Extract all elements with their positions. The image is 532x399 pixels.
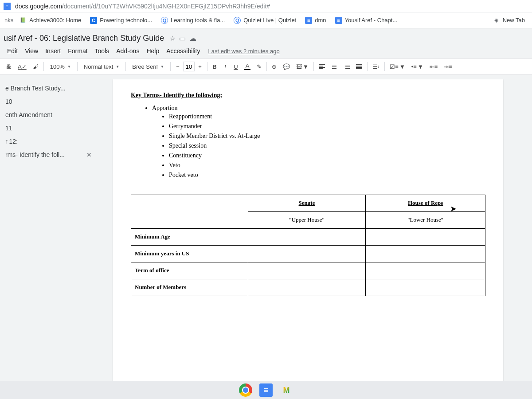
bookmark-label: Powering technolo... (100, 17, 152, 23)
outline-item[interactable]: e Branch Test Study... (0, 82, 95, 94)
quizlet-icon: Q (234, 17, 241, 24)
list-item: Gerrymander (169, 121, 485, 131)
bookmark-label: Yousif Aref - Chapt... (345, 17, 398, 23)
list-item: Pocket veto (169, 170, 485, 180)
bookmark-dmn[interactable]: ≡dmn (301, 15, 329, 26)
section-heading: Key Terms- Identify the following: (131, 92, 485, 99)
list-item: Veto (169, 160, 485, 170)
image-icon[interactable]: 🖼▼ (293, 62, 311, 71)
workspace: e Branch Test Study... 10 enth Amendment… (0, 75, 532, 397)
bookmark-powering[interactable]: CPowering technolo... (86, 15, 156, 26)
gmail-icon[interactable]: M (280, 383, 293, 397)
highlight-button[interactable]: ✎ (254, 62, 264, 71)
bookmark-yousif[interactable]: ≡Yousif Aref - Chapt... (332, 15, 401, 26)
align-left-icon[interactable] (316, 63, 328, 70)
menu-insert[interactable]: Insert (42, 47, 64, 55)
font-dropdown[interactable]: Bree Serif▼ (128, 62, 168, 72)
docs-icon: ≡ (305, 17, 312, 24)
quizlet-icon: Q (161, 17, 168, 24)
terms-list: Apportion Reapportionment Gerrymander Si… (131, 103, 485, 181)
last-edit-link[interactable]: Last edit was 2 minutes ago (208, 48, 279, 55)
fontsize-increase[interactable]: + (195, 62, 205, 71)
bookmark-label: Achieve3000: Home (29, 17, 81, 23)
docs-icon[interactable]: ≡ (259, 383, 273, 397)
table-header-senate: Senate (248, 195, 366, 212)
row-label: Minimum years in US (131, 246, 248, 262)
table-row: Senate House of Reps (131, 195, 485, 212)
menu-edit[interactable]: Edit (4, 47, 21, 55)
comparison-table: Senate House of Reps "Upper House" "Lowe… (131, 195, 485, 296)
align-center-icon[interactable] (329, 63, 340, 70)
move-icon[interactable]: ▭ (179, 34, 186, 43)
fontsize-input[interactable] (183, 62, 195, 71)
bold-button[interactable]: B (210, 62, 219, 71)
menu-tools[interactable]: Tools (91, 47, 113, 55)
fontsize-decrease[interactable]: − (173, 62, 183, 71)
list-item: Special session (169, 141, 485, 151)
underline-button[interactable]: U (231, 62, 241, 71)
paint-format-icon[interactable]: 🖌 (30, 62, 41, 71)
star-icon[interactable]: ☆ (169, 34, 176, 43)
menu-format[interactable]: Format (64, 47, 91, 55)
close-icon[interactable]: ✕ (86, 151, 92, 158)
cloud-icon[interactable]: ☁ (189, 34, 196, 43)
menu-accessibility[interactable]: Accessibility (163, 47, 203, 55)
table-row: Number of Members (131, 279, 485, 296)
bookmark-quizlet[interactable]: QQuizlet Live | Quizlet (230, 15, 300, 26)
menu-help[interactable]: Help (143, 47, 163, 55)
paragraph-style-dropdown[interactable]: Normal text▼ (80, 62, 123, 72)
outline-item[interactable]: 11 (0, 122, 95, 134)
cursor-icon: ➤ (450, 204, 457, 214)
style-value: Normal text (84, 63, 113, 70)
docs-icon: ≡ (335, 17, 342, 24)
indent-decrease-icon[interactable]: ⇤≡ (427, 62, 441, 71)
formatting-toolbar: 🖶 A✓ 🖌 100%▼ Normal text▼ Bree Serif▼ − … (0, 58, 532, 75)
align-right-icon[interactable] (341, 63, 352, 70)
bookmarks-prefix: nks (2, 17, 16, 23)
table-row: Term of office (131, 262, 485, 279)
zoom-dropdown[interactable]: 100%▼ (46, 62, 75, 72)
link-icon[interactable]: ⊖ (269, 62, 279, 71)
page-area: Key Terms- Identify the following: Appor… (100, 75, 532, 397)
print-icon[interactable]: 🖶 (3, 62, 14, 71)
spellcheck-icon[interactable]: A✓ (15, 62, 29, 71)
document-outline: e Branch Test Study... 10 enth Amendment… (0, 75, 100, 397)
table-row: Minimum years in US (131, 246, 485, 262)
comment-icon[interactable]: 💬 (280, 62, 293, 71)
bookmark-label: Learning tools & fla... (171, 17, 225, 23)
align-justify-icon[interactable] (353, 63, 365, 70)
document-page[interactable]: Key Terms- Identify the following: Appor… (113, 79, 503, 390)
menu-view[interactable]: View (21, 47, 42, 55)
doc-title[interactable]: usif Aref - 06: Legislative Branch Study… (4, 34, 164, 43)
bullet-list-icon[interactable]: •≡▼ (409, 62, 426, 71)
outline-item[interactable]: r 12: (0, 135, 95, 148)
url-bar: ≡ docs.google.com/document/d/10uYT2WhVK5… (0, 0, 532, 12)
checklist-icon[interactable]: ☑≡▼ (387, 62, 407, 71)
line-spacing-icon[interactable]: ☰↕ (370, 62, 383, 71)
bookmark-label: New Tab (503, 17, 525, 23)
indent-increase-icon[interactable]: ⇥≡ (441, 62, 455, 71)
bookmark-learning[interactable]: QLearning tools & fla... (157, 15, 228, 26)
url-host: docs.google.com (15, 3, 62, 10)
bookmark-label: dmn (315, 17, 326, 23)
menu-addons[interactable]: Add-ons (113, 47, 143, 55)
table-row: Minimum Age (131, 229, 485, 246)
outline-item[interactable]: enth Amendment (0, 109, 95, 121)
italic-button[interactable]: I (220, 62, 230, 71)
bookmark-newtab[interactable]: ◉New Tab (489, 15, 528, 26)
list-item: Apportion Reapportionment Gerrymander Si… (152, 103, 485, 181)
bookmark-icon: C (90, 17, 97, 24)
outline-item[interactable]: 10 (0, 95, 95, 108)
table-subheader: "Lower House" (366, 212, 485, 229)
row-label: Number of Members (131, 279, 248, 296)
chrome-icon[interactable] (239, 383, 252, 397)
docs-header: usif Aref - 06: Legislative Branch Study… (0, 28, 532, 58)
outline-item[interactable]: rms- Identify the foll...✕ (0, 149, 95, 161)
table-subheader: "Upper House" (248, 212, 366, 229)
url-text: docs.google.com/document/d/10uYT2WhVK590… (15, 3, 270, 10)
list-item: Single Member District vs. At-Large (169, 131, 485, 141)
text-color-button[interactable]: A (242, 62, 253, 71)
bookmark-achieve3000[interactable]: 📗Achieve3000: Home (16, 15, 85, 26)
row-label: Term of office (131, 262, 248, 279)
list-item: Constituency (169, 151, 485, 160)
